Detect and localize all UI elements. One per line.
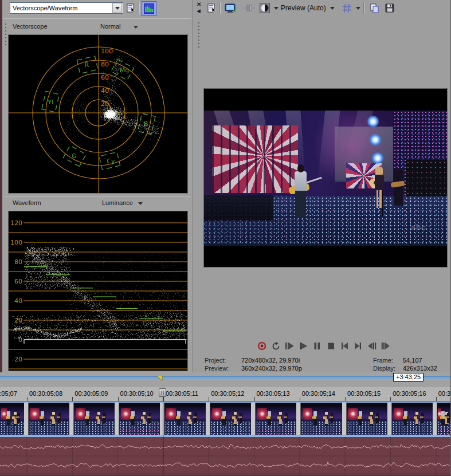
- previous-frame-button[interactable]: [366, 340, 378, 352]
- ruler-tick: [27, 397, 28, 401]
- thumbnail-detail: [325, 412, 328, 426]
- ruler-timecode: 00:30:05;17: [438, 390, 451, 397]
- stage-glow: [307, 111, 399, 179]
- video-event-thumbnail[interactable]: [164, 403, 205, 435]
- scope-selector-combobox[interactable]: Vectorscope/Waveform: [10, 2, 123, 14]
- video-event-thumbnail[interactable]: [210, 403, 251, 435]
- panel-grip-handle[interactable]: [198, 22, 201, 48]
- dock-edge-strip: [0, 0, 2, 372]
- ruler-tick: [300, 397, 300, 401]
- chevron-down-icon[interactable]: [134, 26, 138, 29]
- play-button[interactable]: [297, 340, 309, 352]
- record-button[interactable]: [256, 340, 268, 352]
- video-event-thumbnail[interactable]: [29, 403, 69, 435]
- chevron-down-icon[interactable]: [272, 2, 280, 14]
- thumbnail-detail: [7, 411, 10, 425]
- save-snapshot-icon: [385, 3, 394, 13]
- thumbnail-detail: [189, 412, 191, 426]
- thumbnail-detail: [222, 411, 226, 425]
- ruler-tick: [72, 397, 73, 401]
- play-from-start-button[interactable]: [284, 340, 295, 352]
- video-event-thumbnail[interactable]: [437, 403, 451, 435]
- playhead-handle[interactable]: [159, 388, 166, 397]
- project-label: Project:: [205, 357, 226, 364]
- previous-frame-icon: [367, 341, 377, 351]
- guitarist-legs: [295, 191, 306, 218]
- split-screen-view-button[interactable]: [242, 2, 256, 14]
- video-track[interactable]: [0, 402, 451, 436]
- thumbnail-detail: [17, 413, 20, 423]
- video-event-thumbnail[interactable]: [74, 403, 115, 435]
- go-to-end-icon: [354, 341, 363, 351]
- frame-boundary-gap: [69, 403, 74, 435]
- next-frame-button[interactable]: [380, 340, 391, 352]
- video-output-fx-icon: [260, 3, 270, 13]
- chevron-down-icon[interactable]: [354, 2, 362, 14]
- ruler-timecode: 00:30:05;10: [120, 390, 154, 397]
- loop-playback-button[interactable]: [270, 340, 281, 352]
- preview-quality-label[interactable]: Preview (Auto): [281, 4, 326, 12]
- external-monitor-button[interactable]: [223, 2, 238, 14]
- thumbnail-detail: [313, 411, 317, 425]
- loop-icon: [271, 341, 281, 351]
- grid-overlay-button[interactable]: [340, 2, 354, 14]
- video-event-thumbnail[interactable]: [256, 403, 296, 435]
- timeline-ruler[interactable]: 00:30:05;0700:30:05;0800:30:05;0900:30:0…: [0, 387, 451, 402]
- video-scopes-button[interactable]: [142, 1, 156, 16]
- waveform-mode-select[interactable]: Luminance: [102, 199, 133, 206]
- ruler-timecode: 00:30:05;13: [257, 390, 290, 397]
- go-to-start-button[interactable]: [339, 340, 350, 352]
- chevron-down-icon[interactable]: [138, 202, 143, 205]
- audio-track[interactable]: [0, 436, 451, 475]
- thumbnail-floor: [392, 421, 433, 435]
- splitter-bar[interactable]: [0, 376, 451, 379]
- thumbnail-detail: [121, 408, 131, 420]
- chevron-down-icon[interactable]: [112, 3, 122, 13]
- undock-arrow-icon[interactable]: ◀: [197, 9, 201, 14]
- display-options-icon: [127, 3, 136, 13]
- thumbnail-detail: [41, 411, 44, 425]
- thumbnail-detail: [143, 412, 146, 426]
- pause-button[interactable]: [311, 340, 323, 352]
- thumbnail-detail: [131, 411, 135, 425]
- stop-button[interactable]: [325, 340, 336, 352]
- video-display: abc: [203, 88, 448, 267]
- thumbnail-detail: [285, 413, 288, 423]
- video-output-fx-button[interactable]: [257, 2, 272, 14]
- close-icon[interactable]: ✕: [197, 2, 201, 7]
- video-preview-panel: ✕ ◀: [193, 0, 451, 372]
- display-options-button[interactable]: [206, 2, 218, 14]
- frame-boundary-gap: [433, 403, 437, 435]
- thumbnail-detail: [376, 413, 379, 423]
- video-event-thumbnail[interactable]: [392, 403, 433, 435]
- video-event-thumbnail[interactable]: [347, 403, 387, 435]
- thumbnail-detail: [76, 408, 85, 420]
- video-event-thumbnail[interactable]: [119, 403, 160, 435]
- vectorscope-mode-select[interactable]: Normal: [100, 23, 120, 30]
- ruler-tick: [209, 397, 209, 401]
- copy-snapshot-button[interactable]: [367, 2, 382, 14]
- singer-dress: [375, 175, 384, 191]
- ruler-timecode: 00:30:05;15: [347, 390, 381, 397]
- frame-boundary-gap: [387, 403, 392, 435]
- ruler-timecode: 00:30:05;16: [393, 390, 426, 397]
- scopes-panel: ✕ ◀ Vectorscope/Waveform Vectors: [0, 0, 193, 372]
- playhead-flag-icon[interactable]: [157, 376, 163, 381]
- save-snapshot-button[interactable]: [382, 2, 397, 14]
- thumbnail-detail: [148, 413, 151, 423]
- thumbnail-detail: [97, 412, 100, 426]
- video-event-thumbnail[interactable]: [301, 403, 342, 435]
- ruler-tick: [390, 397, 391, 401]
- preview-value: 360x240x32, 29.970p: [241, 365, 302, 372]
- chevron-down-icon[interactable]: [328, 2, 336, 14]
- scopes-histogram-icon: [144, 3, 154, 14]
- record-icon: [257, 341, 267, 351]
- panel-grip-handle[interactable]: [5, 23, 7, 46]
- ruler-timecode: 00:30:05;12: [211, 390, 244, 397]
- video-event-thumbnail[interactable]: [0, 403, 24, 435]
- playhead-cursor[interactable]: [163, 387, 163, 475]
- go-to-end-button[interactable]: [352, 340, 364, 352]
- display-options-button[interactable]: [126, 2, 137, 14]
- thumbnail-detail: [421, 413, 424, 423]
- waveform-title: Waveform: [13, 199, 41, 206]
